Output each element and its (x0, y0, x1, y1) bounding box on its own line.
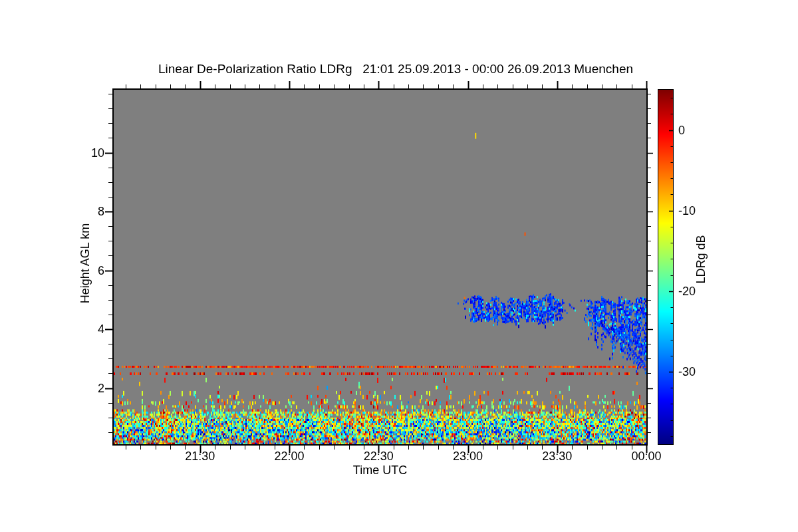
y-tick-label: 2 (65, 382, 104, 395)
heatmap-canvas (0, 0, 798, 532)
colorbar-tick-label: -30 (678, 365, 696, 378)
x-axis-label: Time UTC (114, 464, 646, 477)
x-tick-label: 22:00 (274, 450, 304, 463)
colorbar-tick-label: -20 (678, 285, 696, 298)
x-tick-label: 21:30 (185, 450, 215, 463)
y-tick-label: 10 (65, 146, 104, 160)
x-tick-label: 23:00 (453, 450, 483, 463)
x-tick-label: 00:00 (631, 450, 661, 463)
ldr-time-height-figure: Linear De-Polarization Ratio LDRg 21:01 … (0, 0, 798, 532)
y-tick-label: 4 (65, 323, 104, 336)
chart-title: Linear De-Polarization Ratio LDRg 21:01 … (130, 62, 662, 76)
x-tick-label: 22:30 (364, 450, 394, 463)
colorbar-label: LDRg dB (694, 219, 708, 299)
colorbar-tick-label: 0 (678, 124, 685, 137)
colorbar-tick-label: -10 (678, 204, 696, 217)
x-tick-label: 23:30 (542, 450, 572, 463)
y-tick-label: 8 (65, 205, 104, 218)
y-tick-label: 6 (65, 264, 104, 277)
